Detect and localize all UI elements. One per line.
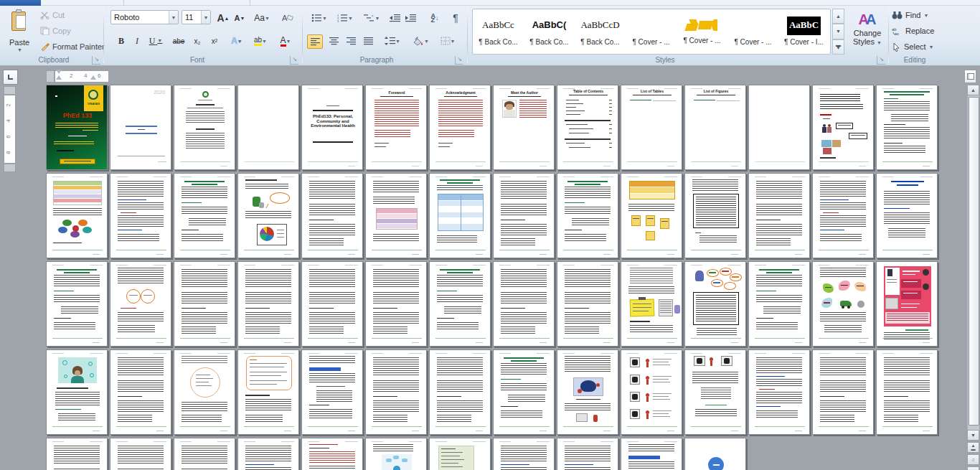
- subscript-button[interactable]: x₂: [189, 33, 205, 49]
- hanging-indent-marker[interactable]: [56, 75, 62, 80]
- page-thumbnail[interactable]: [301, 261, 363, 347]
- font-color-button[interactable]: A▼: [275, 33, 296, 49]
- file-tab[interactable]: [0, 0, 41, 6]
- page-thumbnail[interactable]: VISAYASPhEd 133: [46, 85, 108, 170]
- page-thumbnail[interactable]: [46, 261, 108, 347]
- page-thumbnail[interactable]: [110, 438, 171, 470]
- tab-stop-selector[interactable]: [3, 70, 18, 85]
- page-thumbnail[interactable]: [110, 261, 171, 347]
- page-thumbnail[interactable]: [174, 85, 235, 170]
- numbering-button[interactable]: 123▼: [334, 10, 356, 26]
- grow-font-button[interactable]: A▲: [215, 10, 231, 26]
- italic-button[interactable]: I: [129, 33, 145, 49]
- line-spacing-button[interactable]: ▼: [382, 33, 403, 49]
- change-styles-button[interactable]: AA Change Styles ▼: [848, 10, 887, 47]
- select-button[interactable]: Select▼: [892, 40, 934, 53]
- page-thumbnail[interactable]: List of Figures: [684, 85, 746, 170]
- page-thumbnail[interactable]: [557, 349, 618, 435]
- page-thumbnail[interactable]: Acknowledgment: [429, 85, 491, 170]
- page-thumbnail[interactable]: Meet the Author: [493, 85, 555, 170]
- page-thumbnail[interactable]: [812, 85, 874, 170]
- strikethrough-button[interactable]: abe: [169, 33, 188, 49]
- page-thumbnail[interactable]: [110, 349, 171, 435]
- page-thumbnail[interactable]: [876, 349, 938, 435]
- page-thumbnail[interactable]: [237, 261, 299, 347]
- page-thumbnail[interactable]: [493, 261, 555, 347]
- page-thumbnail[interactable]: [429, 173, 491, 258]
- page-thumbnail[interactable]: [812, 349, 874, 435]
- scroll-up-button[interactable]: ▲: [967, 85, 979, 95]
- page-thumbnail[interactable]: [621, 173, 682, 258]
- bullets-button[interactable]: ▼: [308, 10, 330, 26]
- select-browse-object-button[interactable]: ○: [967, 454, 979, 465]
- page-thumbnail[interactable]: [429, 261, 491, 347]
- chevron-down-icon[interactable]: ▼: [169, 11, 178, 24]
- page-thumbnail[interactable]: [748, 173, 810, 258]
- right-indent-marker[interactable]: [90, 75, 96, 80]
- cut-button[interactable]: Cut: [39, 10, 66, 20]
- page-thumbnail[interactable]: PhEd133: Personal, Community and Environ…: [301, 85, 363, 170]
- style-item[interactable]: ¶ Cover - ...: [626, 9, 677, 54]
- show-hide-pilcrow-button[interactable]: ¶: [449, 10, 462, 26]
- clipboard-dialog-launcher[interactable]: ↘: [92, 56, 100, 65]
- change-case-button[interactable]: Aa▼: [253, 10, 271, 26]
- chevron-down-icon[interactable]: ▼: [201, 11, 210, 24]
- page-thumbnail[interactable]: [684, 173, 746, 258]
- page-thumbnail[interactable]: [301, 173, 363, 258]
- vertical-scrollbar[interactable]: ▲ ▼ ▲▬ ○ ▬▼: [967, 85, 979, 470]
- align-right-button[interactable]: [343, 33, 359, 49]
- view-ruler-toggle-button[interactable]: [964, 70, 976, 83]
- align-left-button[interactable]: [307, 34, 323, 49]
- page-thumbnail[interactable]: [237, 438, 299, 470]
- page-thumbnail[interactable]: Table of Contents: [557, 85, 618, 170]
- styles-more-button[interactable]: ▬▼: [832, 39, 844, 55]
- previous-page-button[interactable]: ▲▬: [967, 442, 979, 453]
- first-line-indent-marker[interactable]: [56, 70, 62, 74]
- page-thumbnail[interactable]: 2020: [110, 85, 171, 170]
- sort-button[interactable]: AZ↓: [425, 10, 445, 26]
- text-effects-button[interactable]: A▼: [227, 33, 247, 49]
- page-thumbnail[interactable]: [237, 349, 299, 435]
- page-thumbnail[interactable]: [748, 85, 810, 170]
- style-item[interactable]: AaBbC¶ Cover - I...: [778, 9, 829, 54]
- page-thumbnail[interactable]: [237, 85, 299, 170]
- shrink-font-button[interactable]: A▼: [232, 10, 247, 26]
- style-item[interactable]: AaBbCcD¶ Back Co...: [575, 9, 626, 54]
- page-thumbnail[interactable]: [365, 173, 427, 258]
- page-thumbnail[interactable]: [365, 349, 427, 435]
- page-thumbnail[interactable]: [237, 173, 299, 258]
- page-thumbnail[interactable]: [748, 261, 810, 347]
- horizontal-ruler[interactable]: 2 4 6: [46, 70, 109, 83]
- page-thumbnail[interactable]: [812, 173, 874, 258]
- page-thumbnail[interactable]: [876, 173, 938, 258]
- justify-button[interactable]: [360, 33, 376, 49]
- copy-button[interactable]: Copy: [39, 26, 72, 36]
- page-thumbnail[interactable]: [110, 173, 171, 258]
- page-thumbnail[interactable]: Foreword: [365, 85, 427, 170]
- vertical-ruler[interactable]: 2 4 6 8: [4, 86, 16, 176]
- shading-button[interactable]: ▼: [409, 33, 432, 49]
- page-thumbnail[interactable]: [493, 349, 555, 435]
- scroll-down-button[interactable]: ▼: [967, 430, 979, 441]
- page-thumbnail[interactable]: [301, 438, 363, 470]
- page-thumbnail[interactable]: [621, 438, 682, 470]
- styles-scroll-up[interactable]: ▲: [832, 9, 844, 24]
- page-thumbnail[interactable]: [493, 173, 555, 258]
- underline-button[interactable]: U ▼: [145, 33, 166, 49]
- page-thumbnail[interactable]: [174, 438, 235, 470]
- style-item[interactable]: ¶ Cover - ...: [727, 9, 778, 54]
- paste-button[interactable]: Paste ▼: [4, 9, 33, 53]
- find-button[interactable]: Find▼: [892, 9, 928, 22]
- page-thumbnail[interactable]: [365, 261, 427, 347]
- bold-button[interactable]: B: [113, 33, 129, 49]
- page-thumbnail[interactable]: [46, 173, 108, 258]
- style-item[interactable]: ¶ Cover - ...: [677, 9, 727, 54]
- paragraph-dialog-launcher[interactable]: ↘: [455, 56, 463, 65]
- page-thumbnail[interactable]: [46, 438, 108, 470]
- page-thumbnail[interactable]: [46, 349, 108, 435]
- page-thumbnail[interactable]: [429, 438, 491, 470]
- page-thumbnail[interactable]: [621, 349, 682, 435]
- font-size-combo[interactable]: 11 ▼: [182, 10, 211, 24]
- page-thumbnail[interactable]: [557, 173, 618, 258]
- font-name-combo[interactable]: Roboto ▼: [110, 10, 179, 24]
